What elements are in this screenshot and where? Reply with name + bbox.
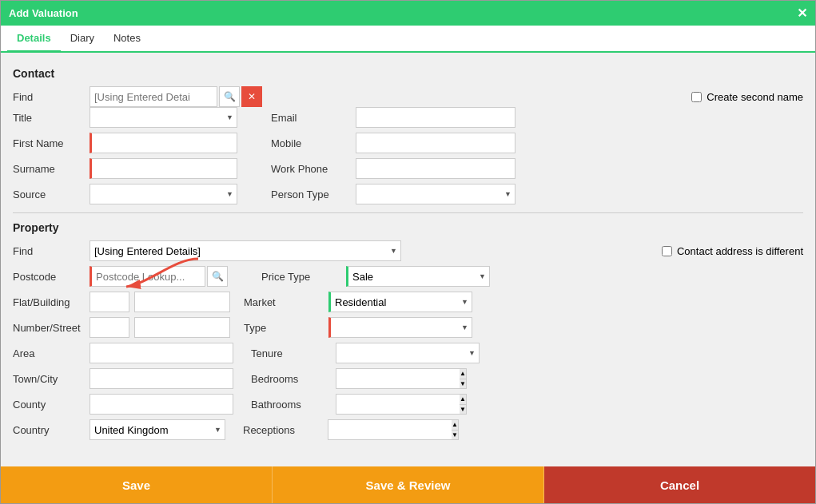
flat-market-row: Flat/Building Market Residential <box>13 292 803 312</box>
bathrooms-down-button[interactable]: ▼ <box>460 405 466 415</box>
bathrooms-input[interactable] <box>336 394 460 415</box>
tab-notes[interactable]: Notes <box>104 26 150 53</box>
save-button[interactable]: Save <box>1 466 272 503</box>
flat-building-label: Flat/Building <box>13 296 85 308</box>
town-city-input[interactable] <box>90 368 233 389</box>
email-input[interactable] <box>356 107 515 128</box>
bedrooms-up-button[interactable]: ▲ <box>460 369 466 379</box>
property-find-select[interactable]: [Using Entered Details] <box>90 240 401 261</box>
number-input[interactable] <box>90 317 129 338</box>
towncity-bedrooms-row: Town/City Bedrooms ▲ ▼ <box>13 368 803 389</box>
area-input[interactable] <box>90 343 233 363</box>
tenure-label: Tenure <box>251 347 331 359</box>
bathrooms-up-button[interactable]: ▲ <box>460 395 466 405</box>
price-type-label: Price Type <box>261 271 341 283</box>
market-label: Market <box>244 296 324 308</box>
dialog-title: Add Valuation <box>9 7 78 19</box>
contact-address-different-label: Contact address is different <box>677 245 803 257</box>
property-section-title: Property <box>13 221 803 234</box>
type-label: Type <box>244 322 324 334</box>
mobile-input[interactable] <box>356 133 515 153</box>
county-label: County <box>13 399 85 411</box>
person-type-label: Person Type <box>271 189 351 200</box>
flat-input[interactable] <box>90 292 129 312</box>
type-select-wrapper <box>328 317 472 338</box>
country-receptions-row: Country United Kingdom Receptions ▲ ▼ <box>13 419 803 440</box>
surname-label: Surname <box>13 163 85 175</box>
country-label: Country <box>13 424 85 436</box>
postcode-pricetype-row: Postcode 🔍 Price Type Sale <box>13 266 803 287</box>
save-review-button[interactable]: Save & Review <box>272 466 544 503</box>
source-select-wrapper <box>90 184 237 204</box>
contact-find-row: Find 🔍 ✕ Create second name <box>13 86 803 107</box>
source-select[interactable] <box>90 184 237 204</box>
market-select-wrapper: Residential <box>328 292 472 312</box>
bedrooms-input[interactable] <box>336 368 460 389</box>
country-select[interactable]: United Kingdom <box>90 419 225 440</box>
tenure-select[interactable] <box>336 343 480 363</box>
building-input[interactable] <box>134 292 230 312</box>
work-phone-input[interactable] <box>356 158 515 179</box>
contact-find-input[interactable] <box>90 86 217 107</box>
numberstreet-type-row: Number/Street Type <box>13 317 803 338</box>
title-select[interactable] <box>90 107 237 128</box>
receptions-down-button[interactable]: ▼ <box>452 431 458 440</box>
work-phone-label: Work Phone <box>271 163 351 175</box>
email-label: Email <box>271 112 351 124</box>
first-name-label: First Name <box>13 137 85 149</box>
town-city-label: Town/City <box>13 373 85 385</box>
bedrooms-spinner: ▲ ▼ <box>336 368 467 389</box>
postcode-group: 🔍 <box>90 266 228 287</box>
postcode-input[interactable] <box>90 266 205 287</box>
market-select[interactable]: Residential <box>328 292 472 312</box>
tenure-select-wrapper <box>336 343 480 363</box>
dialog-body: Contact Find 🔍 ✕ Create second name Titl… <box>1 53 815 466</box>
bathrooms-label: Bathrooms <box>251 399 331 411</box>
type-select[interactable] <box>328 317 472 338</box>
contact-address-different-checkbox[interactable] <box>662 246 672 256</box>
property-find-select-wrapper: [Using Entered Details] <box>90 240 401 261</box>
find-label: Find <box>13 91 85 103</box>
firstname-mobile-row: First Name Mobile <box>13 133 803 153</box>
contact-find-search-button[interactable]: 🔍 <box>219 86 240 107</box>
tabs-container: Details Diary Notes <box>1 26 815 53</box>
postcode-label: Postcode <box>13 271 85 283</box>
bathrooms-spinners: ▲ ▼ <box>460 394 467 415</box>
property-find-row: Find [Using Entered Details] <box>13 240 803 261</box>
contact-address-different-row: Contact address is different <box>662 245 803 257</box>
price-type-select-wrapper: Sale <box>346 266 490 287</box>
bedrooms-down-button[interactable]: ▼ <box>460 379 466 389</box>
receptions-up-button[interactable]: ▲ <box>452 420 458 431</box>
area-tenure-row: Area Tenure <box>13 343 803 363</box>
receptions-spinner: ▲ ▼ <box>328 419 459 440</box>
person-type-select-wrapper <box>356 184 515 204</box>
property-find-label: Find <box>13 245 85 257</box>
contact-find-clear-button[interactable]: ✕ <box>241 86 262 107</box>
bedrooms-spinners: ▲ ▼ <box>460 368 467 389</box>
tab-diary[interactable]: Diary <box>61 26 104 53</box>
person-type-select[interactable] <box>356 184 515 204</box>
contact-section-title: Contact <box>13 67 803 80</box>
close-button[interactable]: ✕ <box>797 6 807 21</box>
postcode-search-button[interactable]: 🔍 <box>207 266 228 287</box>
receptions-spinners: ▲ ▼ <box>452 419 459 440</box>
mobile-label: Mobile <box>271 137 351 149</box>
create-second-name-label: Create second name <box>707 91 803 103</box>
source-label: Source <box>13 189 85 200</box>
area-label: Area <box>13 347 85 359</box>
number-street-label: Number/Street <box>13 322 85 334</box>
receptions-input[interactable] <box>328 419 452 440</box>
create-second-name-checkbox[interactable] <box>691 92 702 102</box>
price-type-select[interactable]: Sale <box>346 266 490 287</box>
source-persontype-row: Source Person Type <box>13 184 803 204</box>
add-valuation-dialog: Add Valuation ✕ Details Diary Notes Cont… <box>0 0 816 504</box>
county-input[interactable] <box>90 394 233 415</box>
tab-details[interactable]: Details <box>7 26 61 53</box>
first-name-input[interactable] <box>90 133 237 153</box>
street-input[interactable] <box>134 317 230 338</box>
divider <box>13 212 803 213</box>
cancel-button[interactable]: Cancel <box>544 466 815 503</box>
bedrooms-label: Bedrooms <box>251 373 331 385</box>
title-select-wrapper <box>90 107 237 128</box>
surname-input[interactable] <box>90 158 237 179</box>
